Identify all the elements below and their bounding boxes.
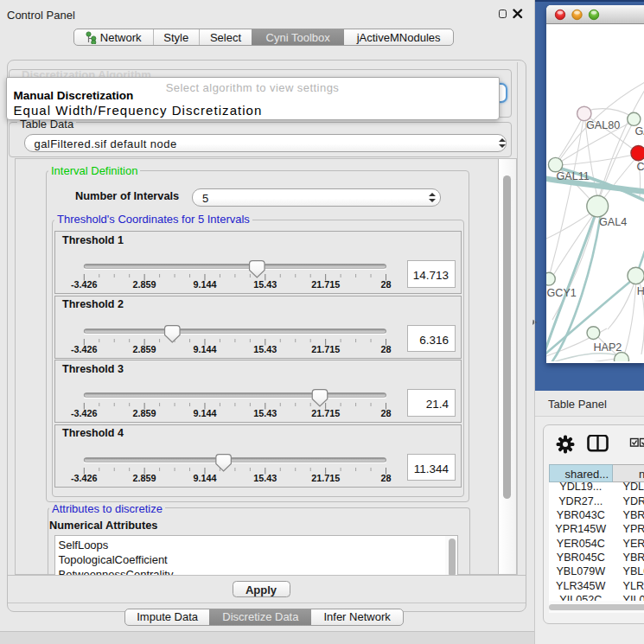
svg-text:GAL80: GAL80 [586,119,620,131]
svg-text:9.144: 9.144 [193,343,216,354]
svg-text:GAL4: GAL4 [599,216,627,228]
svg-text:GA: GA [634,125,644,137]
svg-text:C: C [636,161,644,173]
svg-text:-3.426: -3.426 [71,279,98,290]
svg-text:-3.426: -3.426 [71,408,98,418]
svg-text:15.43: 15.43 [253,408,277,418]
svg-text:21.715: 21.715 [311,408,340,418]
svg-text:-3.426: -3.426 [71,472,98,482]
svg-text:28: 28 [380,279,391,290]
svg-text:-3.426: -3.426 [71,343,98,354]
svg-text:2.859: 2.859 [133,343,156,354]
svg-text:28: 28 [380,343,391,354]
svg-text:21.715: 21.715 [311,472,340,482]
svg-text:GAL11: GAL11 [556,170,589,182]
svg-text:15.43: 15.43 [253,343,277,354]
svg-text:9.144: 9.144 [193,472,216,482]
svg-text:9.144: 9.144 [193,408,216,418]
svg-text:15.43: 15.43 [253,472,277,482]
svg-text:21.715: 21.715 [311,279,340,290]
svg-text:GCY1: GCY1 [546,287,576,299]
svg-text:2.859: 2.859 [133,279,156,290]
svg-text:28: 28 [380,408,391,418]
svg-text:H: H [636,285,644,297]
svg-text:21.715: 21.715 [311,343,340,354]
svg-text:2.859: 2.859 [133,408,156,418]
svg-text:28: 28 [380,472,391,482]
svg-text:2.859: 2.859 [133,472,156,482]
svg-text:15.43: 15.43 [253,279,277,290]
svg-text:9.144: 9.144 [193,279,216,290]
svg-text:HAP2: HAP2 [593,341,622,354]
